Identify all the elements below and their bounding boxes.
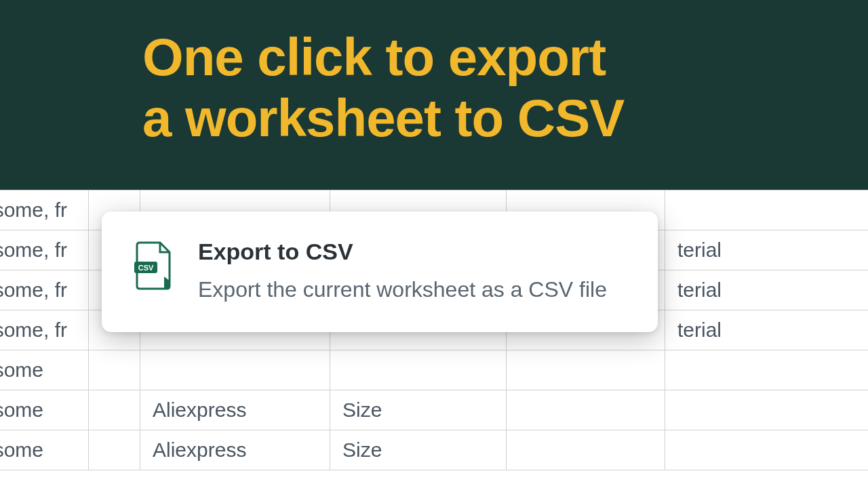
cell[interactable] xyxy=(665,190,869,230)
cell[interactable]: vesome xyxy=(0,390,89,430)
cell[interactable] xyxy=(140,350,330,390)
export-csv-tooltip[interactable]: CSV Export to CSV Export the current wor… xyxy=(102,211,658,332)
cell[interactable]: Size xyxy=(330,390,507,430)
cell[interactable]: vesome, fr xyxy=(0,310,89,350)
cell[interactable]: Aliexpress xyxy=(140,430,330,470)
tooltip-content: Export to CSV Export the current workshe… xyxy=(198,239,625,305)
table-row: vesome xyxy=(0,350,868,390)
tooltip-title: Export to CSV xyxy=(198,239,625,265)
cell[interactable]: vesome, fr xyxy=(0,270,89,310)
csv-file-icon: CSV xyxy=(134,241,172,293)
headline-line-1: One click to export xyxy=(142,27,606,87)
cell[interactable] xyxy=(665,390,869,430)
cell[interactable] xyxy=(89,350,140,390)
cell[interactable] xyxy=(665,350,869,390)
table-row: vesome Aliexpress Size xyxy=(0,430,868,470)
tooltip-description: Export the current worksheet as a CSV fi… xyxy=(198,274,625,305)
cell[interactable] xyxy=(507,350,665,390)
cell[interactable]: vesome, fr xyxy=(0,190,89,230)
csv-badge-text: CSV xyxy=(138,264,154,272)
table-row: vesome Aliexpress Size xyxy=(0,390,868,430)
cell[interactable] xyxy=(330,350,507,390)
headline-line-2: a worksheet to CSV xyxy=(142,88,624,148)
cell[interactable] xyxy=(89,430,140,470)
promo-banner: One click to export a worksheet to CSV xyxy=(0,0,868,190)
cell[interactable] xyxy=(665,430,869,470)
promo-headline: One click to export a worksheet to CSV xyxy=(142,27,827,148)
csv-file-icon-svg: CSV xyxy=(134,241,172,290)
cell[interactable] xyxy=(89,390,140,430)
cell[interactable]: terial xyxy=(665,270,869,310)
cell[interactable]: terial xyxy=(665,230,869,270)
cell[interactable] xyxy=(507,390,665,430)
cell[interactable]: vesome xyxy=(0,350,89,390)
cell[interactable]: vesome xyxy=(0,430,89,470)
cell[interactable]: Size xyxy=(330,430,507,470)
cell[interactable] xyxy=(507,430,665,470)
cell[interactable]: terial xyxy=(665,310,869,350)
cell[interactable]: vesome, fr xyxy=(0,230,89,270)
cell[interactable]: Aliexpress xyxy=(140,390,330,430)
